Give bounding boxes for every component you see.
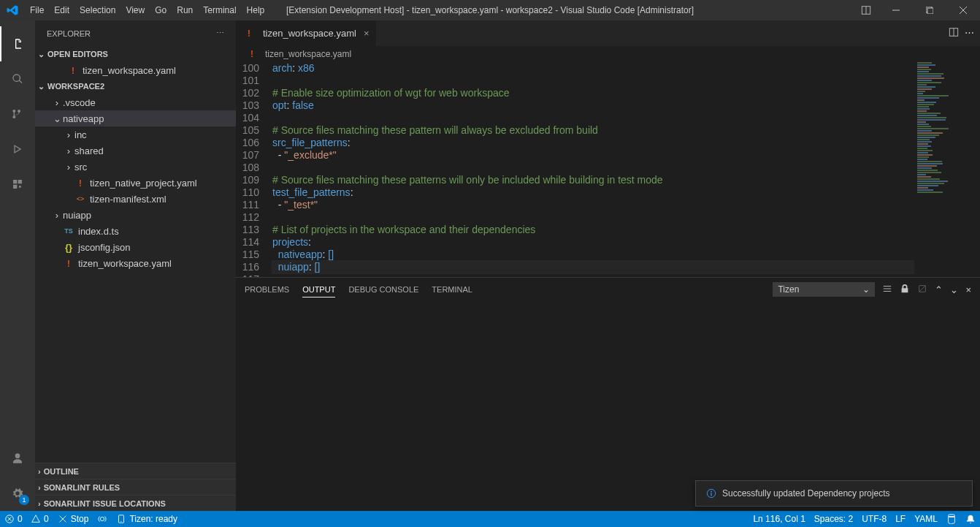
titlebar: FileEditSelectionViewGoRunTerminalHelp […	[0, 0, 980, 20]
explorer-title: EXPLORER	[47, 29, 91, 38]
workspace-section[interactable]: ⌄ WORKSPACE2	[35, 78, 236, 94]
chevron-right-icon: ›	[38, 483, 41, 492]
status-feedback-icon[interactable]	[942, 511, 961, 527]
status-eol[interactable]: LF	[891, 511, 910, 527]
open-editor-item[interactable]: × ! tizen_workspace.yaml	[35, 62, 236, 78]
panel-tab-problems[interactable]: PROBLEMS	[245, 282, 289, 297]
breadcrumb-label: tizen_workspace.yaml	[265, 49, 351, 59]
explorer-activity[interactable]	[0, 26, 35, 61]
close-tab-icon[interactable]: ×	[364, 28, 370, 39]
status-errors[interactable]: 0 0	[0, 511, 53, 527]
outline-section[interactable]: ›OUTLINE	[35, 463, 236, 479]
chevron-right-icon: ›	[38, 467, 41, 476]
scm-activity[interactable]	[0, 96, 35, 132]
status-live[interactable]	[93, 511, 112, 527]
chevron-down-icon: ⌄	[38, 82, 45, 91]
folder-label: nuiapp	[63, 210, 91, 221]
menu-edit[interactable]: Edit	[49, 0, 74, 20]
settings-activity[interactable]: 1	[0, 476, 35, 511]
status-lncol[interactable]: Ln 116, Col 1	[749, 511, 809, 527]
yaml-icon: !	[246, 48, 258, 60]
maximize-button[interactable]	[913, 0, 946, 20]
panel-expand-icon[interactable]: ⌃	[935, 284, 943, 295]
open-editors-section[interactable]: ⌄ OPEN EDITORS	[35, 46, 236, 62]
folder-nativeapp[interactable]: ⌄nativeapp	[35, 110, 236, 126]
tab-workspace-yaml[interactable]: ! tizen_workspace.yaml ×	[236, 20, 377, 46]
file-jsconfig[interactable]: {}jsconfig.json	[35, 239, 236, 255]
status-encoding[interactable]: UTF-8	[857, 511, 891, 527]
window-title: [Extension Development Host] - tizen_wor…	[286, 5, 694, 15]
folder-nuiapp[interactable]: ›nuiapp	[35, 207, 236, 223]
notification-toast[interactable]: Successfully updated Dependency projects	[695, 480, 973, 507]
output-channel-select[interactable]: Tizen⌄	[773, 282, 875, 297]
code-content[interactable]: arch: x86 # Enable size optimization of …	[272, 62, 914, 277]
search-activity[interactable]	[0, 61, 35, 96]
extensions-activity[interactable]	[0, 167, 35, 202]
open-editor-filename: tizen_workspace.yaml	[83, 65, 176, 76]
clear-output-icon[interactable]	[917, 284, 927, 296]
layout-toggle-button[interactable]	[853, 0, 879, 20]
menu-selection[interactable]: Selection	[74, 0, 120, 20]
folder-src[interactable]: ›src	[35, 159, 236, 175]
close-button[interactable]	[946, 0, 980, 20]
panel-tab-debug[interactable]: DEBUG CONSOLE	[348, 282, 418, 297]
folder-vscode[interactable]: ›.vscode	[35, 94, 236, 110]
menu-file[interactable]: File	[25, 0, 49, 20]
sidebar-more-icon[interactable]	[216, 29, 224, 38]
minimize-button[interactable]	[879, 0, 913, 20]
line-numbers-gutter: 1001011021031041051061071081091101111121…	[236, 62, 272, 277]
status-tizen-ready[interactable]: Tizen: ready	[112, 511, 182, 527]
errors-count: 0	[18, 514, 23, 524]
accounts-activity[interactable]	[0, 441, 35, 476]
editor-split: 1001011021031041051061071081091101111121…	[236, 62, 980, 277]
chevron-right-icon: ›	[53, 210, 61, 221]
activity-bar: 1	[0, 20, 35, 511]
yaml-icon: !	[63, 257, 74, 269]
status-notifications-icon[interactable]	[961, 511, 980, 527]
panel-collapse-icon[interactable]: ⌄	[950, 284, 958, 295]
folder-inc[interactable]: ›inc	[35, 126, 236, 143]
file-native-project[interactable]: !tizen_native_project.yaml	[35, 175, 236, 191]
folder-label: inc	[74, 129, 87, 140]
panel-close-icon[interactable]: ×	[965, 284, 971, 295]
folder-label: src	[74, 162, 87, 172]
file-label: tizen-manifest.xml	[90, 194, 166, 205]
menu-terminal[interactable]: Terminal	[198, 0, 241, 20]
menu-run[interactable]: Run	[172, 0, 198, 20]
yaml-icon: !	[67, 64, 79, 76]
bottom-sections: ›OUTLINE ›SONARLINT RULES ›SONARLINT ISS…	[35, 463, 236, 511]
sidebar-content: ⌄ OPEN EDITORS × ! tizen_workspace.yaml …	[35, 46, 236, 463]
run-activity[interactable]	[0, 132, 35, 167]
panel-tab-output[interactable]: OUTPUT	[302, 282, 335, 297]
sonar-issues-section[interactable]: ›SONARLINT ISSUE LOCATIONS	[35, 495, 236, 511]
editor[interactable]: 1001011021031041051061071081091101111121…	[236, 62, 914, 277]
minimap[interactable]	[914, 62, 980, 277]
menu-view[interactable]: View	[120, 0, 150, 20]
output-content[interactable]	[236, 301, 980, 511]
menu-help[interactable]: Help	[242, 0, 270, 20]
file-manifest[interactable]: <>tizen-manifest.xml	[35, 191, 236, 207]
output-settings-icon[interactable]	[882, 284, 892, 296]
file-workspace[interactable]: !tizen_workspace.yaml	[35, 255, 236, 271]
panel-tab-terminal[interactable]: TERMINAL	[432, 282, 472, 297]
tizen-status-label: Tizen: ready	[129, 514, 177, 524]
file-index[interactable]: TSindex.d.ts	[35, 223, 236, 239]
workspace-label: WORKSPACE2	[47, 82, 104, 91]
menu-go[interactable]: Go	[150, 0, 172, 20]
status-language[interactable]: YAML	[910, 511, 942, 527]
sonar-rules-section[interactable]: ›SONARLINT RULES	[35, 479, 236, 495]
svg-rect-16	[711, 493, 711, 496]
breadcrumb[interactable]: ! tizen_workspace.yaml	[236, 46, 980, 62]
ts-icon: TS	[63, 225, 74, 237]
panel-tabs: PROBLEMS OUTPUT DEBUG CONSOLE TERMINAL T…	[236, 278, 980, 301]
lock-scroll-icon[interactable]	[900, 284, 910, 296]
status-spaces[interactable]: Spaces: 2	[810, 511, 857, 527]
file-label: index.d.ts	[78, 226, 119, 237]
folder-shared[interactable]: ›shared	[35, 143, 236, 159]
file-label: tizen_native_project.yaml	[90, 178, 197, 189]
svg-point-24	[121, 521, 122, 522]
svg-point-22	[101, 517, 104, 520]
split-editor-icon[interactable]	[949, 27, 959, 39]
more-actions-icon[interactable]	[965, 27, 974, 39]
status-stop[interactable]: Stop	[53, 511, 93, 527]
